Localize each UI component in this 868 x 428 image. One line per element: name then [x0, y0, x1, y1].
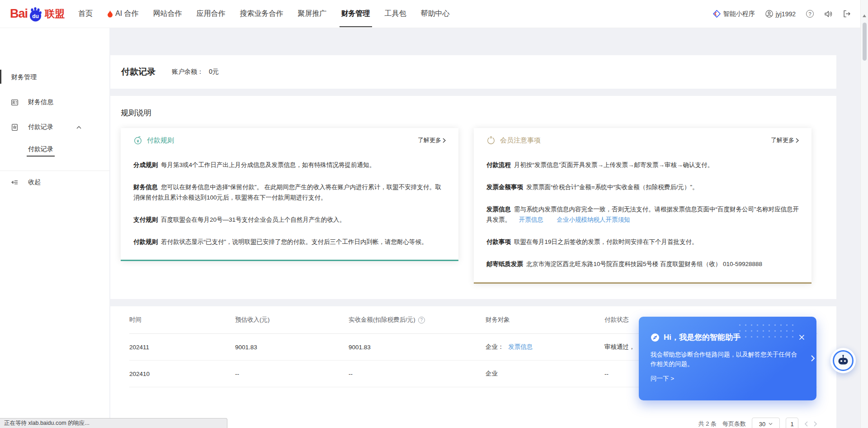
column-finance-entity: 财务对象: [486, 316, 604, 324]
sidebar-collapse-button[interactable]: 收起: [0, 178, 109, 186]
nav-right-group: 智能小程序 jyj1992 ?: [713, 10, 851, 18]
rule-paragraph: 发票金额事项发票票面“价税合计”金额=系统中“实收金额（扣除税费后/元）”。: [486, 182, 799, 192]
pagination-total: 共 2 条: [698, 420, 717, 428]
nav-item-website[interactable]: 网站合作: [153, 0, 182, 28]
speaker-icon[interactable]: [824, 10, 833, 18]
nav-item-search-business[interactable]: 搜索业务合作: [240, 0, 283, 28]
rule-paragraph: 发票信息需与系统内发票信息内容完全一致，否则无法支付。请根据发票信息页面中“百度…: [486, 204, 799, 225]
cell-estimated: 9001.83: [235, 344, 349, 351]
sidebar-item-payment-records[interactable]: 付款记录: [0, 123, 109, 131]
rule-paragraph: 邮寄纸质发票北京市海淀区西北旺东路10号院百度科技园5号楼 百度联盟财务组（收）…: [486, 259, 799, 269]
chevron-right-icon: [796, 138, 799, 143]
robot-face-icon: [833, 350, 854, 371]
logo-text-bai: Bai: [10, 7, 28, 21]
sidebar-subitem-payment-records[interactable]: 付款记录: [0, 145, 109, 153]
baidu-union-logo[interactable]: Bai du 联盟: [10, 6, 65, 22]
nav-item-app[interactable]: 应用合作: [197, 0, 226, 28]
logo-text-union: 联盟: [45, 7, 65, 21]
balance-value: 0元: [209, 68, 219, 76]
rule-paragraph: 付款规则若付款状态显示“已支付”，说明联盟已安排了您的付款。支付后三个工作日内到…: [133, 237, 446, 247]
close-icon[interactable]: [799, 334, 805, 340]
nav-item-help-center[interactable]: 帮助中心: [421, 0, 450, 28]
coin-yen-icon: ¥: [133, 136, 142, 145]
user-icon: [765, 10, 773, 18]
logout-icon[interactable]: [843, 10, 851, 18]
page-size-select[interactable]: 30: [752, 418, 780, 428]
nav-item-home[interactable]: 首页: [78, 0, 93, 28]
rules-section: 规则说明 ¥ 付款规则 了解更多 分成规则每月第3或4个工作日产出上月分成信息及…: [110, 96, 836, 299]
invoice-info-cell-link[interactable]: 发票信息: [508, 343, 533, 350]
next-page-icon[interactable]: [814, 421, 817, 427]
cell-time: 202411: [129, 344, 235, 351]
flame-icon: [107, 10, 113, 18]
finance-info-card-icon: [11, 99, 19, 106]
rules-section-title: 规则说明: [121, 108, 836, 118]
column-actual-amount: 实收金额(扣除税费后/元) ?: [349, 316, 486, 324]
sidebar-section-title: 财务管理: [0, 73, 109, 81]
baidu-paw-icon: du: [28, 6, 44, 22]
assistant-popup: Hi，我是您的智能助手 我会帮助您诊断合作链路问题，以及解答您关于任何合作相关的…: [639, 317, 816, 400]
chevron-up-icon[interactable]: [76, 126, 81, 129]
column-time: 时间: [129, 316, 235, 324]
payment-records-badge-icon: [11, 124, 19, 131]
member-notes-more-link[interactable]: 了解更多: [771, 136, 799, 144]
status-text: 正在等待 xlab.baidu.com 的响应...: [4, 419, 90, 427]
rule-paragraph: 支付规则百度联盟会在每月20号—31号支付企业会员上个自然月产生的收入。: [133, 214, 446, 225]
nav-item-ai[interactable]: AI 合作: [107, 0, 139, 28]
cell-entity: 企业： 发票信息: [486, 343, 604, 351]
sidebar-divider: [0, 171, 109, 171]
rule-paragraph: 付款事项联盟在每月19日之后签收的发票，付款时间安排在下个月首批支付。: [486, 237, 799, 247]
nav-item-toolkit[interactable]: 工具包: [385, 0, 406, 28]
diamond-miniprogram-icon: [713, 10, 721, 18]
help-icon[interactable]: ?: [806, 10, 814, 18]
collapse-arrow-icon: [10, 179, 19, 186]
member-notes-card: 会员注意事项 了解更多 付款流程月初按“发票信息”页面开具发票→上传发票→邮寄发…: [474, 128, 811, 284]
payment-rules-card: ¥ 付款规则 了解更多 分成规则每月第3或4个工作日产出上月分成信息及发票信息，…: [121, 128, 458, 261]
page-header-card: 付款记录 账户余额： 0元: [110, 55, 836, 89]
small-taxpayer-invoice-notice-link[interactable]: 企业小规模纳税人开票须知: [557, 216, 630, 223]
column-help-icon[interactable]: ?: [418, 317, 425, 323]
scroll-up-arrow-icon[interactable]: [863, 14, 866, 17]
scrollbar-thumb[interactable]: [863, 23, 867, 61]
chevron-down-icon: [769, 423, 773, 425]
page-number-button[interactable]: 1: [786, 418, 798, 428]
member-notes-card-title: 会员注意事项: [500, 136, 541, 145]
cell-time: 202410: [129, 371, 235, 377]
top-navigation: Bai du 联盟 首页 AI 合作 网站合作 应用合作 搜索业务合作 聚屏推广…: [0, 0, 868, 28]
nav-menu: 首页 AI 合作 网站合作 应用合作 搜索业务合作 聚屏推广 财务管理 工具包 …: [78, 0, 450, 28]
browser-status-bar: 正在等待 xlab.baidu.com 的响应...: [0, 418, 227, 428]
chevron-right-icon: [443, 138, 446, 143]
vertical-scrollbar[interactable]: [860, 0, 868, 428]
popup-tail-chevron-icon: [811, 355, 815, 362]
cell-actual: --: [349, 371, 486, 377]
cell-actual: 9001.83: [349, 344, 486, 351]
sidebar: 财务管理 财务信息 付款记录 付款记录 收起: [0, 28, 109, 428]
cell-entity: 企业: [486, 370, 604, 378]
svg-text:¥: ¥: [137, 139, 139, 143]
payment-rules-card-title: 付款规则: [147, 136, 174, 145]
rule-paragraph: 付款流程月初按“发票信息”页面开具发票→上传发票→邮寄发票→审核→确认支付。: [486, 160, 799, 170]
payment-rules-more-link[interactable]: 了解更多: [418, 136, 446, 144]
smart-miniprogram-entry[interactable]: 智能小程序: [713, 10, 755, 18]
assistant-message: 我会帮助您诊断合作链路问题，以及解答您关于任何合作相关的问题。: [651, 350, 802, 369]
balance-label: 账户余额：: [172, 68, 203, 76]
invoice-info-link[interactable]: 开票信息: [519, 216, 543, 223]
column-estimated-income: 预估收入(元): [235, 316, 349, 324]
user-account[interactable]: jyj1992: [765, 10, 796, 18]
page-title: 付款记录: [121, 66, 156, 78]
rule-paragraph: 财务信息您可以在财务信息中选择“保留付款”。 在此期间您产生的收入将在账户内进行…: [133, 182, 446, 203]
assistant-robot-button[interactable]: [830, 348, 856, 373]
assistant-title: Hi，我是您的智能助手: [664, 332, 741, 342]
ask-now-link[interactable]: 问一下 >: [651, 375, 674, 383]
compass-icon: [651, 333, 660, 342]
pagination: 共 2 条 每页条数 30 1: [698, 418, 817, 428]
nav-item-finance[interactable]: 财务管理: [341, 0, 370, 28]
svg-text:du: du: [32, 13, 39, 19]
previous-page-icon[interactable]: [804, 421, 808, 427]
sidebar-item-finance-info[interactable]: 财务信息: [0, 98, 109, 106]
member-circle-icon: [486, 136, 495, 145]
page-size-label: 每页条数: [722, 420, 746, 428]
rule-paragraph: 分成规则每月第3或4个工作日产出上月分成信息及发票信息，如有特殊情况将提前通知。: [133, 160, 446, 170]
cell-estimated: --: [235, 371, 349, 377]
nav-item-juping[interactable]: 聚屏推广: [298, 0, 327, 28]
